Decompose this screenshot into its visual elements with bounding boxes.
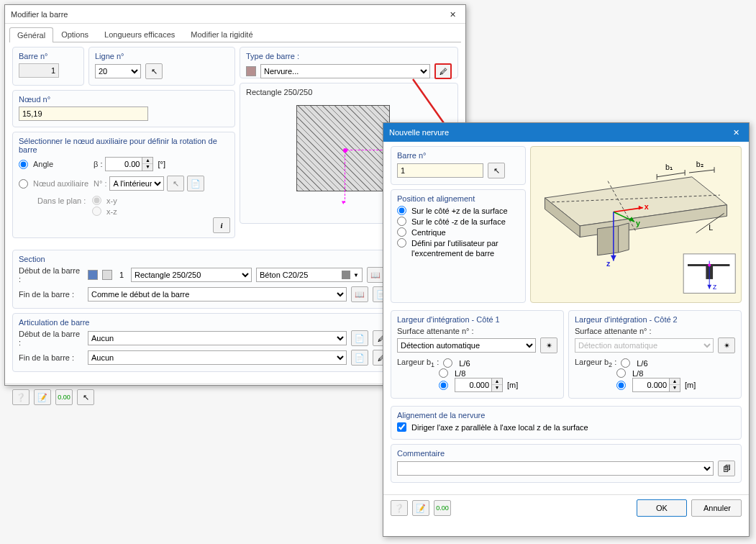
pos-user-label: Défini par l'utilisateur par l'excentrem… xyxy=(411,238,519,259)
w2-value[interactable] xyxy=(632,378,670,392)
member-type-label: Type de barre : xyxy=(246,52,452,60)
preview-label: Rectangle 250/250 xyxy=(246,88,452,96)
member-type-select[interactable]: Nervure... xyxy=(260,64,430,78)
w1-custom-radio[interactable] xyxy=(439,381,448,390)
node-no-label: Nœud n° xyxy=(19,95,229,104)
surface1-select[interactable]: Détection automatique xyxy=(397,338,536,353)
aux-node-radio[interactable] xyxy=(19,179,28,189)
aux-node-select[interactable]: A l'intérieur xyxy=(109,176,164,191)
pick-icon[interactable]: ↖ xyxy=(77,389,94,405)
w2-l6-label: L/6 xyxy=(637,359,647,368)
rib-note-icon[interactable]: 📝 xyxy=(412,500,429,516)
plan-label: Dans le plan : xyxy=(37,196,89,205)
hinge-start-new-icon[interactable]: 📄 xyxy=(351,330,368,346)
hinge-end-new-icon[interactable]: 📄 xyxy=(351,350,368,366)
svg-text:b₁: b₁ xyxy=(665,163,673,171)
tab-lengths[interactable]: Longueurs efficaces xyxy=(96,27,183,42)
aux-n-label: N° : xyxy=(94,179,106,188)
angle-radio[interactable] xyxy=(19,160,28,169)
pos-centric-label: Centrique xyxy=(411,228,446,237)
start-section-select[interactable]: Rectangle 250/250 xyxy=(131,268,252,282)
end-lib-icon[interactable]: 📖 xyxy=(351,286,368,302)
rib-align-title: Alignement de la nervure xyxy=(397,411,735,420)
w2-l8-label: L/8 xyxy=(632,369,643,378)
surface2-select: Détection automatique xyxy=(575,338,714,353)
info-icon[interactable]: i xyxy=(213,217,230,233)
member-no-field xyxy=(19,63,59,78)
rib-member-no-label: Barre n° xyxy=(397,151,519,160)
spin-up-icon[interactable]: ▲ xyxy=(142,158,152,164)
svg-line-21 xyxy=(689,170,714,173)
width2-title: Largeur d'intégration - Côté 2 xyxy=(575,315,735,324)
units-icon[interactable]: 0.00 xyxy=(55,389,73,405)
hinge-start-select[interactable]: Aucun xyxy=(88,331,347,345)
edit-type-button[interactable]: 🖉 xyxy=(434,63,452,79)
new-rib-dialog: Nouvelle nervure ✕ Barre n° ↖ Position e… xyxy=(383,122,750,537)
tab-rigidity[interactable]: Modifier la rigidité xyxy=(183,27,260,42)
rib-close-icon[interactable]: ✕ xyxy=(729,123,743,142)
close-icon[interactable]: ✕ xyxy=(445,5,460,24)
note-icon[interactable]: 📝 xyxy=(34,389,51,405)
comment-select[interactable] xyxy=(397,461,714,476)
w1-l8-radio[interactable] xyxy=(439,368,448,378)
rib-dialog-title: Nouvelle nervure xyxy=(389,123,449,142)
w2-l6-radio[interactable] xyxy=(621,358,630,368)
w1-l8-label: L/8 xyxy=(455,369,465,378)
surface2-label: Surface attenante n° : xyxy=(575,327,735,335)
rib-cancel-button[interactable]: Annuler xyxy=(691,499,742,517)
align-z-checkbox[interactable] xyxy=(397,422,406,432)
rib-pick-member-icon[interactable]: ↖ xyxy=(488,163,505,178)
section-index: 1 xyxy=(117,271,127,279)
svg-marker-5 xyxy=(619,223,629,253)
w1-l6-radio[interactable] xyxy=(443,358,452,368)
hinge-end-label: Fin de la barre : xyxy=(19,353,83,362)
pos-centric-radio[interactable] xyxy=(397,227,406,237)
width2-label: Largeur b2 : xyxy=(575,358,616,368)
pick-line-icon[interactable]: ↖ xyxy=(145,63,163,79)
pos-user-radio[interactable] xyxy=(397,238,406,248)
section-lib-icon[interactable]: 📖 xyxy=(367,267,384,283)
comment-title: Commentaire xyxy=(397,449,735,458)
rib-help-icon[interactable]: ❔ xyxy=(391,500,408,516)
w2-l8-radio[interactable] xyxy=(616,368,626,378)
rib-title-bar: Nouvelle nervure ✕ xyxy=(383,123,749,142)
aux-node-title: Sélectionner le nœud auxiliaire pour déf… xyxy=(19,137,229,154)
w1-l6-label: L/6 xyxy=(459,359,470,368)
plan-xy-label: x-y xyxy=(106,196,117,205)
end-section-select[interactable]: Comme le début de la barre xyxy=(88,287,347,302)
rib-diagram: x y z b₁ b₂ L z xyxy=(531,147,741,302)
w1-value[interactable] xyxy=(455,378,492,392)
new-aux-icon[interactable]: 📄 xyxy=(187,176,204,191)
svg-point-32 xyxy=(708,264,711,267)
tab-strip: Général Options Longueurs efficaces Modi… xyxy=(9,27,461,42)
help-icon[interactable]: ❔ xyxy=(12,389,29,405)
surface1-label: Surface attenante n° : xyxy=(397,327,557,335)
tab-general[interactable]: Général xyxy=(9,27,53,42)
svg-line-17 xyxy=(657,173,685,177)
section-color-swatch xyxy=(88,270,98,280)
svg-text:z: z xyxy=(713,282,716,291)
line-no-select[interactable]: 20 xyxy=(95,64,141,78)
tab-options[interactable]: Options xyxy=(53,27,96,42)
surface1-pick-icon[interactable]: ✴ xyxy=(540,337,557,353)
rib-member-no-field[interactable] xyxy=(397,163,483,178)
rib-ok-button[interactable]: OK xyxy=(637,499,687,517)
pos-plus-z-radio[interactable] xyxy=(397,206,406,215)
comment-lib-icon[interactable]: 🗐 xyxy=(718,461,735,476)
plan-xy-radio xyxy=(92,196,101,205)
w2-unit: [m] xyxy=(685,381,696,389)
angle-value[interactable] xyxy=(105,157,142,171)
node-no-field[interactable] xyxy=(19,106,148,121)
pick-aux-icon[interactable]: ↖ xyxy=(167,176,184,191)
spin-down-icon[interactable]: ▼ xyxy=(142,164,152,171)
pos-minus-z-radio[interactable] xyxy=(397,217,406,226)
w1-unit: [m] xyxy=(507,381,518,389)
hinge-end-select[interactable]: Aucun xyxy=(88,350,347,365)
surface2-pick-icon[interactable]: ✴ xyxy=(718,337,735,353)
axis-z-icon xyxy=(345,151,345,203)
plan-xz-label: x-z xyxy=(106,207,117,216)
type-color-swatch xyxy=(246,66,256,76)
rib-units-icon[interactable]: 0.00 xyxy=(434,500,451,516)
w2-custom-radio[interactable] xyxy=(616,381,626,390)
dialog-title: Modifier la barre xyxy=(11,5,68,24)
